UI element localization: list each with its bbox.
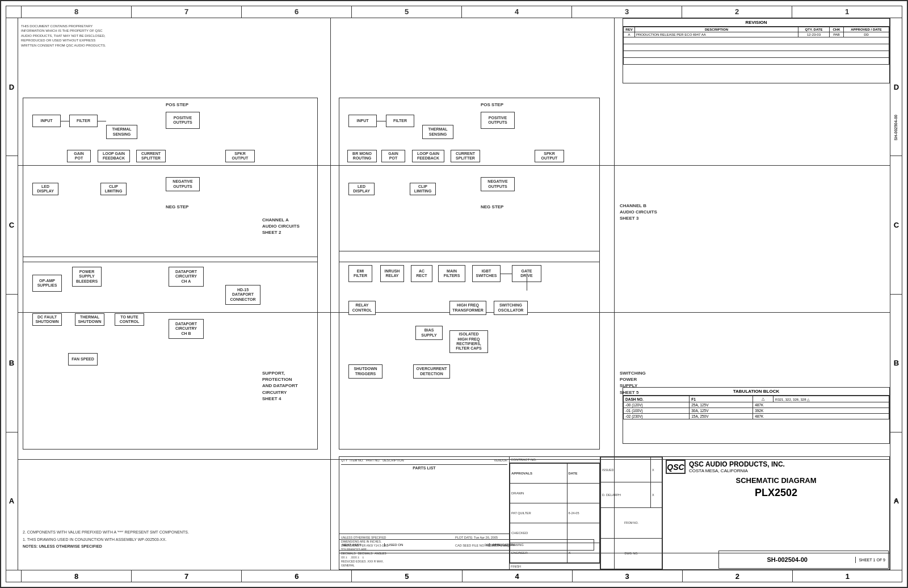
rev-indicator: A xyxy=(894,499,898,502)
col-4: 4 xyxy=(462,6,572,18)
tab-row-00: -00 (120V) xyxy=(624,402,690,408)
col-bottom-8: 8 xyxy=(22,570,132,582)
col-bottom-7: 7 xyxy=(132,570,242,582)
drawing-number: SH-002504-00 xyxy=(719,555,855,564)
cb-conn-1 xyxy=(377,121,386,121)
dataport-circuitry-ch-a: DATAPORTCIRCUITRYCH A xyxy=(169,267,204,287)
tab-row-00-val1: 25A, 125V xyxy=(690,402,753,408)
ca-led-display: LEDDISPLAY xyxy=(32,183,58,195)
tab-block-title: TABULATION BLOCK xyxy=(623,388,889,396)
col-markers-bottom: 8 7 6 5 4 3 2 1 xyxy=(6,570,902,582)
tab-warning: △ xyxy=(753,396,774,402)
note-1: 1. THIS DRAWING USED IN CONJUNCTION WITH… xyxy=(23,536,340,544)
cb-gain-pot: GAINPOT xyxy=(381,150,405,162)
col-5: 5 xyxy=(352,6,462,18)
rev-row-a-approved: DD xyxy=(844,32,889,37)
drawn-val xyxy=(567,484,600,503)
channel-a-label: CHANNEL AAUDIO CIRCUITSSHEET 2 xyxy=(262,217,300,236)
rev-col-rev: REV xyxy=(624,27,635,32)
channel-b-outline xyxy=(339,98,600,262)
issued-val: X xyxy=(650,457,662,482)
revision-table: REV DESCRIPTION QTY. DATE CHK APPROVED /… xyxy=(623,27,889,65)
cb-filter: FILTER xyxy=(386,115,414,127)
schematic-diagram-title: SCHEMATIC DIAGRAM xyxy=(666,476,886,485)
contract-no-row: CONTRACT NO. xyxy=(510,457,600,463)
row-markers-left: D C B A xyxy=(6,18,18,570)
ca-gain-pot: GAINPOT xyxy=(67,150,91,162)
cad-seed: CAD SEED FILE NO. REL002041.dwg xyxy=(455,544,509,547)
tab-row-01-val2: 392K xyxy=(753,408,889,414)
row-d-left: D xyxy=(6,18,18,156)
relay-control: RELAYCONTROL xyxy=(348,301,376,315)
date-label: DATE xyxy=(567,464,600,484)
drawing-number-block: SH-002504-00 SHEET 1 OF 9 xyxy=(718,551,889,569)
row-b-right: B xyxy=(890,295,902,432)
ca-conn-2 xyxy=(98,121,106,121)
cb-thermal-sensing: THERMALSENSING xyxy=(422,125,453,139)
notes-area: 2. COMPONENTS WITH VALUE PREFIXED WITH A… xyxy=(23,529,340,551)
cb-clip-limiting: CLIPLIMITING xyxy=(410,183,436,195)
rev-row-a-date: 12-23-03 xyxy=(798,32,830,37)
col-bottom-5: 5 xyxy=(352,570,462,582)
part-number: PLX2502 xyxy=(666,487,886,499)
sideways-drawing-num: SH-002504-00 xyxy=(894,115,898,141)
parts-list-columns: QTY ITEM NO. PART NO. DESCRIPTION VENDOR… xyxy=(339,457,509,534)
cb-input: INPUT xyxy=(348,115,377,127)
fan-speed: FAN SPEED xyxy=(68,353,98,366)
col-markers-top: 8 7 6 5 4 3 2 1 xyxy=(6,6,902,18)
cb-negative-outputs: NEGATIVEOUTPUTS xyxy=(481,177,515,191)
revision-block: REVISION REV DESCRIPTION QTY. DATE CHK A… xyxy=(623,18,890,83)
company-location: COSTA MESA, CALIFORNIA xyxy=(689,468,785,473)
switching-oscillator: SWITCHINGOSCILLATOR xyxy=(494,301,528,315)
tab-row-01-val1: 30A, 125V xyxy=(690,408,753,414)
pl-col-part: PART NO. xyxy=(366,459,380,463)
main-filters: MAINFILTERS xyxy=(438,265,465,282)
tabulation-block: TABULATION BLOCK DASH NO. F1 △ R321, 322… xyxy=(623,387,890,444)
high-freq-transformer: HIGH FREQTRANSFORMER xyxy=(449,301,486,315)
cb-br-mono-routing: BR MONO ROUTING xyxy=(347,150,377,162)
tab-table: DASH NO. F1 △ R321, 322, 326, 328 △ -00 … xyxy=(623,396,889,419)
hd15-dataport-connector: HD-15DATAPORTCONNECTOR xyxy=(225,285,260,305)
note-2: 2. COMPONENTS WITH VALUE PREFIXED WITH A… xyxy=(23,529,340,536)
v-divider-6-5 xyxy=(330,18,331,570)
row-c-right: C xyxy=(890,156,902,294)
checked-by-label: D. DELARPH xyxy=(601,482,651,507)
tab-dash-val: F1 xyxy=(690,396,753,402)
qsc-logo: QSC xyxy=(666,460,686,474)
col-bottom-6: 6 xyxy=(242,570,352,582)
drawn-by-val: PAT QUILTER xyxy=(510,503,568,523)
isolated-high-freq: ISOLATEDHIGH FREQRECTIFIERS,FILTER CAPS xyxy=(449,330,488,353)
overcurrent-detection: OVERCURRENTDETECTION xyxy=(413,364,450,379)
cb-current-splitter: CURRENTSPLITTER xyxy=(451,150,480,162)
cb-spkr-output: SPKROUTPUT xyxy=(535,150,564,162)
tab-dash-label: DASH NO. xyxy=(624,396,690,402)
igbt-gate-arrow xyxy=(501,274,512,274)
col-8: 8 xyxy=(22,6,132,18)
col-1: 1 xyxy=(792,6,902,18)
pl-col-item: ITEM NO. xyxy=(350,459,363,463)
ca-conn-1 xyxy=(61,121,69,121)
tab-row-02: -02 (230V) xyxy=(624,414,690,419)
rev-row-a-rev: A xyxy=(624,32,635,37)
pl-col-qty: QTY xyxy=(341,459,347,463)
dc-fault-shutdown: DC FAULTSHUTDOWN xyxy=(32,313,62,326)
rev-row-a-desc: PRODUCTION RELEASE PER ECO 6947 AA xyxy=(635,32,798,37)
ca-spkr-output: SPKROUTPUT xyxy=(225,150,255,162)
inrush-relay: INRUSHRELAY xyxy=(380,265,404,282)
row-markers-right: D C B A xyxy=(890,18,902,570)
dataport-circuitry-ch-b: DATAPORTCIRCUITRYCH B xyxy=(169,319,204,339)
gate-drive-arrow-v xyxy=(527,274,527,291)
ac-rect: ACRECT xyxy=(411,265,432,282)
rev-col-qty-date: QTY. DATE xyxy=(798,27,830,32)
rev-row-a-chk: PAB xyxy=(830,32,844,37)
col-3: 3 xyxy=(572,6,682,18)
issued-label: ISSUED xyxy=(601,457,651,482)
col-7: 7 xyxy=(132,6,242,18)
proprietary-notice: THIS DOCUMENT CONTAINS PROPRIETARY INFOR… xyxy=(21,24,109,48)
row-c-left: C xyxy=(6,156,18,294)
tab-row-00-val2: 487K xyxy=(753,402,889,408)
col-bottom-2: 2 xyxy=(683,570,793,582)
plot-date: PLOT DATE: Tue Apr 26, 2005 xyxy=(455,536,498,539)
to-mute-control: TO MUTECONTROL xyxy=(115,313,144,326)
ca-neg-step: NEG STEP xyxy=(166,204,188,209)
